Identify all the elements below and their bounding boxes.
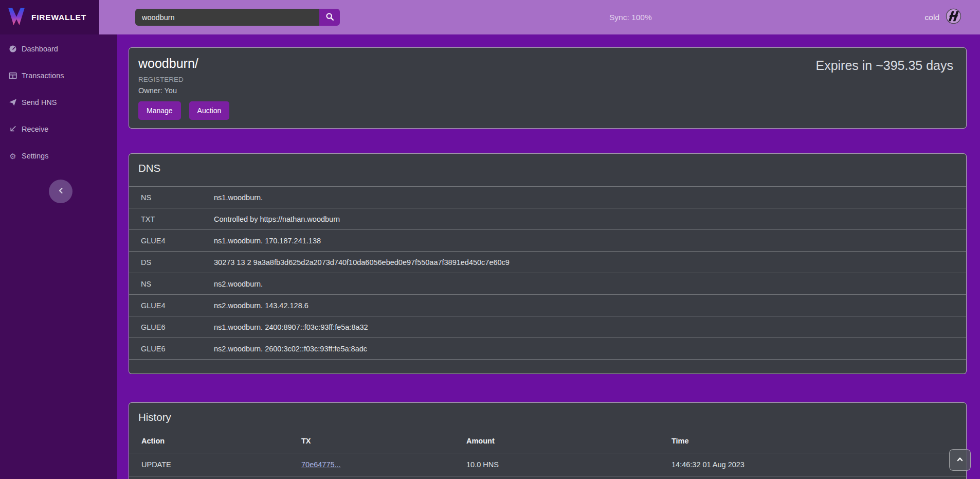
history-col-amount: Amount (454, 434, 659, 453)
domain-owner: Owner: You (138, 86, 966, 95)
search-icon (325, 12, 334, 23)
history-amount: 10.0 HNS (454, 476, 659, 479)
dns-record-row: GLUE6 ns1.woodburn. 2400:8907::f03c:93ff… (129, 316, 966, 338)
table-icon (9, 72, 17, 80)
dns-record-row: TXT Controlled by https://nathan.woodbur… (129, 208, 966, 229)
sidebar-item-label: Transactions (22, 72, 64, 80)
sidebar-item-receive[interactable]: Receive (0, 116, 117, 143)
dns-table: NS ns1.woodburn. TXT Controlled by https… (129, 186, 966, 360)
history-time: 14:46:32 01 Aug 2023 (659, 453, 966, 476)
sidebar-item-transactions[interactable]: Transactions (0, 62, 117, 89)
history-col-tx: TX (289, 434, 454, 453)
dns-record-value: ns2.woodburn. (214, 280, 263, 288)
scroll-to-top-button[interactable] (949, 449, 971, 471)
sidebar-collapse-button[interactable] (49, 180, 72, 203)
dns-record-type: TXT (141, 215, 214, 223)
topbar: Sync: 100% cold (99, 0, 980, 34)
history-amount: 10.0 HNS (454, 453, 659, 476)
wallet-name-label: cold (925, 13, 939, 22)
history-col-action: Action (129, 434, 289, 453)
firewallet-logo-icon (7, 7, 26, 28)
dns-record-type: DS (141, 258, 214, 267)
search-bar (135, 9, 340, 26)
dns-record-row: NS ns1.woodburn. (129, 186, 966, 208)
domain-expiry: Expires in ~395.35 days (815, 58, 953, 73)
dns-record-type: NS (141, 280, 214, 288)
history-row: RENEW d7b64c... 10.0 HNS 15:47:36 05 Jul… (129, 476, 966, 479)
domain-status: REGISTERED (138, 76, 966, 83)
dns-record-type: GLUE6 (141, 345, 214, 353)
dns-record-type: GLUE6 (141, 323, 214, 331)
dns-record-row: GLUE4 ns1.woodburn. 170.187.241.138 (129, 229, 966, 251)
history-col-time: Time (659, 434, 966, 453)
sidebar-item-settings[interactable]: ⚙ Settings (0, 143, 117, 169)
tx-link[interactable]: 70e64775... (301, 460, 341, 469)
chevron-up-icon (956, 455, 964, 465)
search-button[interactable] (319, 9, 340, 26)
sidebar-item-label: Settings (22, 152, 48, 160)
dns-record-row: GLUE6 ns2.woodburn. 2600:3c02::f03c:93ff… (129, 338, 966, 359)
main-content: woodburn/ REGISTERED Owner: You Manage A… (117, 34, 980, 479)
gauge-icon (9, 45, 17, 53)
dns-record-value: ns1.woodburn. 2400:8907::f03c:93ff:fe5a:… (214, 323, 368, 331)
arrow-down-left-icon (9, 125, 17, 133)
history-row: UPDATE 70e64775... 10.0 HNS 14:46:32 01 … (129, 453, 966, 476)
chevron-left-icon (57, 187, 65, 196)
dns-record-value: ns2.woodburn. 2600:3c02::f03c:93ff:fe5a:… (214, 345, 367, 353)
sidebar: Dashboard Transactions Send HNS Receive … (0, 34, 117, 479)
dns-record-value: Controlled by https://nathan.woodburn (214, 215, 340, 223)
gear-icon: ⚙ (9, 152, 17, 160)
dns-record-type: GLUE4 (141, 301, 214, 310)
history-table: Action TX Amount Time UPDATE 70e64775...… (129, 434, 966, 479)
dns-record-type: NS (141, 193, 214, 202)
handshake-logo-icon[interactable] (946, 8, 961, 26)
history-time: 15:47:36 05 Jul 2023 (659, 476, 966, 479)
paper-plane-icon (9, 98, 17, 107)
sidebar-item-label: Receive (22, 125, 48, 133)
sidebar-item-label: Send HNS (22, 98, 57, 107)
dns-card: DNS NS ns1.woodburn. TXT Controlled by h… (129, 153, 967, 374)
dns-record-row: NS ns2.woodburn. (129, 273, 966, 294)
dns-record-row: DS 30273 13 2 9a3a8fb3d625d2a2073d740f10… (129, 251, 966, 273)
history-action: UPDATE (129, 453, 289, 476)
sync-status: Sync: 100% (609, 0, 652, 34)
history-title: History (138, 411, 966, 423)
dns-record-type: GLUE4 (141, 237, 214, 245)
search-input[interactable] (135, 9, 319, 26)
dns-record-value: ns1.woodburn. 170.187.241.138 (214, 237, 321, 245)
brand-block: FIREWALLET (0, 0, 99, 34)
sidebar-item-label: Dashboard (22, 45, 58, 53)
brand-name: FIREWALLET (31, 13, 86, 22)
history-action: RENEW (129, 476, 289, 479)
dns-record-value: 30273 13 2 9a3a8fb3d625d2a2073d740f10da6… (214, 258, 510, 267)
dns-title: DNS (138, 162, 966, 174)
dns-record-value: ns2.woodburn. 143.42.128.6 (214, 301, 308, 310)
domain-card: woodburn/ REGISTERED Owner: You Manage A… (129, 47, 967, 129)
manage-button[interactable]: Manage (138, 101, 181, 120)
sidebar-item-dashboard[interactable]: Dashboard (0, 36, 117, 62)
dns-record-row: GLUE4 ns2.woodburn. 143.42.128.6 (129, 294, 966, 316)
auction-button[interactable]: Auction (189, 101, 230, 120)
dns-record-value: ns1.woodburn. (214, 193, 263, 202)
history-card: History Action TX Amount Time UPDATE 70e… (129, 402, 967, 479)
sidebar-item-send-hns[interactable]: Send HNS (0, 89, 117, 116)
